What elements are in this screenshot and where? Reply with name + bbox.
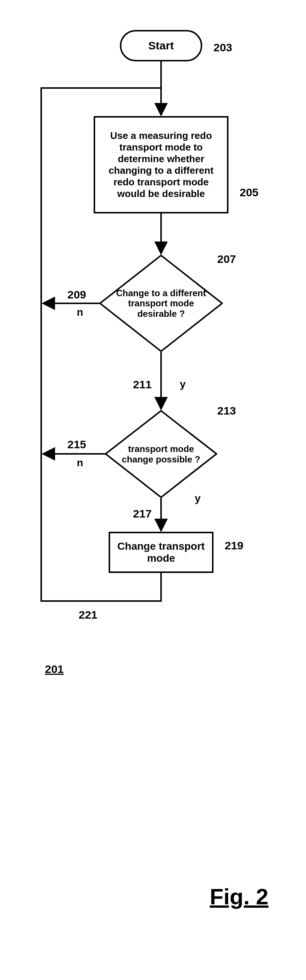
branch-207-yes: y — [180, 378, 186, 390]
ref-209: 209 — [67, 288, 86, 301]
flowchart-page: Start 203 Use a measuring redo transport… — [0, 0, 306, 980]
ref-217: 217 — [133, 508, 152, 520]
branch-213-yes: y — [195, 492, 201, 504]
flowchart-connectors — [0, 0, 306, 980]
ref-221: 221 — [79, 609, 97, 621]
branch-207-no: n — [77, 306, 83, 318]
branch-213-no: n — [77, 457, 83, 469]
ref-215: 215 — [67, 438, 86, 451]
ref-211: 211 — [133, 378, 152, 391]
